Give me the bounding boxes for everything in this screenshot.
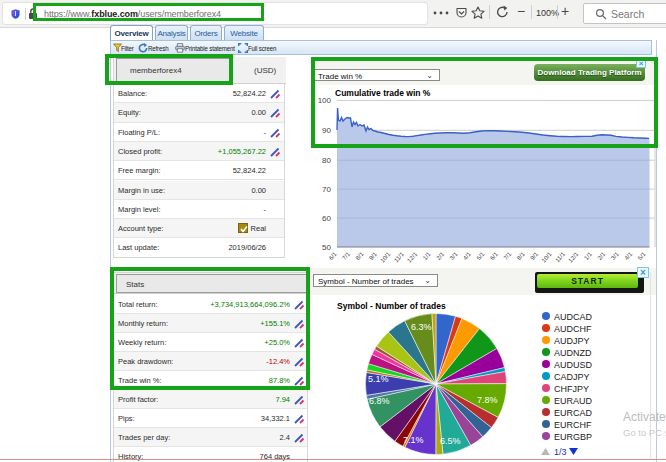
svg-text:70: 70 [322, 185, 331, 194]
svg-text:6.5%: 6.5% [440, 436, 461, 446]
svg-text:EURGBP: EURGBP [554, 432, 592, 442]
svg-text:AUDNZD: AUDNZD [554, 348, 592, 358]
svg-text:EURCAD: EURCAD [554, 408, 593, 418]
svg-text:7.1%: 7.1% [403, 435, 424, 445]
svg-text:EURAUD: EURAUD [554, 396, 593, 406]
svg-text:CHFJPY: CHFJPY [554, 384, 589, 394]
svg-text:1/3: 1/3 [554, 447, 567, 457]
svg-text:AUDJPY: AUDJPY [554, 336, 590, 346]
svg-text:AUDUSD: AUDUSD [554, 360, 593, 370]
svg-text:50: 50 [322, 243, 331, 252]
svg-text:AUDCHF: AUDCHF [554, 324, 592, 334]
svg-text:EURCHF: EURCHF [554, 420, 592, 430]
svg-text:80: 80 [322, 156, 331, 165]
svg-text:AUDCAD: AUDCAD [554, 312, 593, 322]
svg-text:60: 60 [322, 214, 331, 223]
svg-text:CADJPY: CADJPY [554, 372, 590, 382]
svg-text:6.8%: 6.8% [369, 396, 390, 406]
svg-text:6.3%: 6.3% [411, 322, 432, 332]
svg-text:5.1%: 5.1% [368, 374, 389, 384]
svg-text:7.8%: 7.8% [477, 395, 498, 405]
svg-text:Symbol - Number of trades: Symbol - Number of trades [337, 301, 446, 311]
